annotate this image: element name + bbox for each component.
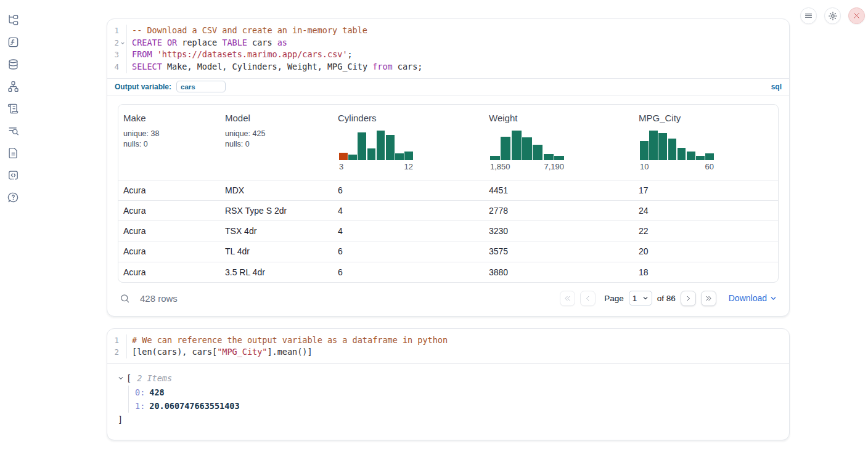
tree-entries: 0:428 1:20.060747663551403 [128,386,779,413]
python-code-editor[interactable]: 12 # We can reference the output variabl… [107,329,789,363]
notebook-actions [800,7,865,24]
sql-cell-footer: Output variable: sql [107,78,789,95]
code-line[interactable]: FROM 'https://datasets.marimo.app/cars.c… [132,49,422,61]
code-line[interactable]: CREATE OR replace TABLE cars as [132,37,422,49]
open-bracket: [ [126,371,131,385]
table-cell: MDX [220,185,333,195]
tree-entry-value: 20.060747663551403 [149,401,239,411]
page-select-value: 1 [633,294,637,303]
dependencies-icon[interactable] [6,79,20,93]
code-line[interactable]: -- Download a CSV and create an in-memor… [132,25,422,37]
histogram-bar [533,145,542,160]
shutdown-button[interactable] [848,7,865,24]
table-cell: 3880 [484,267,634,277]
line-number: 4 [107,61,126,73]
tracing-icon[interactable] [6,124,20,137]
line-number: 3 [107,49,126,61]
language-badge: sql [771,83,782,91]
histogram-max-label: 60 [705,162,714,171]
code-line[interactable]: # We can reference the output variable a… [132,334,448,347]
table-cell: 22 [634,226,778,236]
search-icon[interactable] [120,293,130,304]
histogram-bar [348,155,357,160]
table-cell: 3230 [484,226,634,236]
histogram-bar [512,131,522,160]
table-cell: TL 4dr [220,246,333,256]
histogram-bar [386,135,395,160]
histogram-bar [554,156,564,160]
chevron-down-icon [770,295,777,302]
tree-collapse-icon[interactable] [118,375,124,381]
previous-page-button[interactable] [580,291,596,306]
column-label[interactable]: MPG_City [639,113,773,123]
histogram-bar [544,154,554,160]
column-label[interactable]: Weight [489,113,629,123]
table-cell: Acura [118,206,220,216]
histogram-min-label: 1,850 [490,162,510,171]
snippets-icon[interactable] [6,168,20,182]
histogram-bar [705,153,714,160]
documentation-icon[interactable] [6,146,20,160]
histogram-bar [404,152,413,160]
helper-panel-sidebar [0,0,26,449]
column-label[interactable]: Make [123,113,215,123]
settings-button[interactable] [824,7,841,24]
column-label[interactable]: Cylinders [338,113,479,123]
next-page-button[interactable] [681,291,696,306]
table-cell: 3.5 RL 4dr [220,267,333,277]
sql-cell: 1234 -- Download a CSV and create an in-… [107,18,790,317]
histogram-bar [377,131,385,160]
histogram-max-label: 12 [404,162,413,171]
histogram-bar [395,153,404,160]
variables-icon[interactable] [6,35,20,49]
histogram-bar [339,153,348,160]
column-header-weight[interactable]: Weight1,8507,190 [484,105,634,180]
column-header-make[interactable]: Makeunique: 38nulls: 0 [118,105,220,180]
table-cell: 4 [333,226,484,236]
code-line[interactable]: [len(cars), cars["MPG_City"].mean()] [132,346,448,358]
column-header-mpg_city[interactable]: MPG_City1060 [634,105,778,180]
line-number: 2 [107,346,126,358]
python-cell: 12 # We can reference the output variabl… [107,328,790,440]
chevron-down-icon [642,295,649,301]
histogram-min-label: 10 [640,162,649,171]
python-cell-output: [ 2 Items 0:428 1:20.060747663551403 ] [107,363,789,440]
output-variable-input[interactable] [176,81,226,92]
download-button[interactable]: Download [729,293,777,303]
row-count: 428 rows [140,293,178,304]
first-page-button[interactable] [560,291,575,306]
table-cell: 6 [333,185,484,195]
page-total: of 86 [657,294,676,303]
histogram-bar [668,139,677,160]
last-page-button[interactable] [701,291,716,306]
line-number: 1 [107,334,126,347]
table-cell: TSX 4dr [220,226,333,236]
table-cell: Acura [118,185,220,195]
table-row: AcuraTL 4dr6357520 [118,241,778,261]
fold-chevron-icon[interactable] [120,41,125,46]
table-cell: 6 [333,267,484,277]
column-header-model[interactable]: Modelunique: 425nulls: 0 [220,105,333,180]
table-cell: Acura [118,267,220,277]
logs-icon[interactable] [6,102,20,115]
column-label[interactable]: Model [225,113,328,123]
datasources-icon[interactable] [6,57,20,71]
column-stats: unique: 38nulls: 0 [123,129,215,150]
histogram-bar [678,148,686,160]
table-row: AcuraRSX Type S 2dr4277824 [118,200,778,220]
help-icon[interactable] [6,190,20,204]
histogram-bar [658,133,667,160]
table-cell: 3575 [484,246,634,256]
column-histogram: 312 [339,131,413,171]
file-explorer-icon[interactable] [6,13,20,26]
histogram-bar [649,131,658,160]
page-select[interactable]: 1 [629,291,652,305]
table-body: AcuraMDX6445117AcuraRSX Type S 2dr427782… [118,180,778,282]
sql-code-editor[interactable]: 1234 -- Download a CSV and create an in-… [107,19,789,78]
code-line[interactable]: SELECT Make, Model, Cylinders, Weight, M… [132,61,422,73]
table-cell: 17 [634,185,778,195]
menu-button[interactable] [800,7,817,24]
table-cell: 24 [634,206,778,216]
column-header-cylinders[interactable]: Cylinders312 [333,105,484,180]
page-label: Page [604,294,624,303]
